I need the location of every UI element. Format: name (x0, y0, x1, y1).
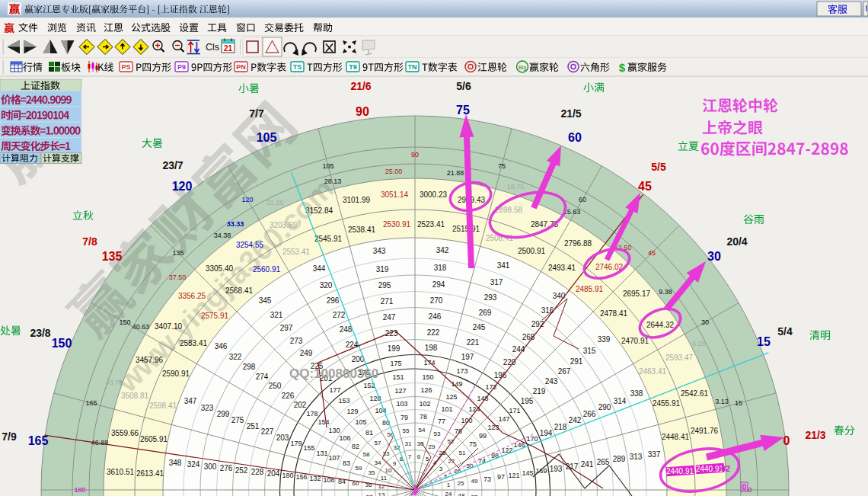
svg-text:2542.61: 2542.61 (681, 389, 709, 398)
svg-text:2575.91: 2575.91 (201, 312, 229, 320)
svg-text:220: 220 (503, 358, 516, 366)
svg-text:15: 15 (757, 335, 771, 348)
svg-text:T9: T9 (349, 63, 357, 71)
svg-text:340: 340 (553, 292, 566, 300)
svg-text:43.75: 43.75 (106, 379, 123, 386)
svg-text:90: 90 (411, 151, 419, 158)
svg-text:3508.81: 3508.81 (121, 392, 149, 400)
svg-text:266: 266 (583, 410, 596, 418)
svg-text:203: 203 (276, 434, 289, 442)
svg-text:18.75: 18.75 (507, 183, 525, 190)
svg-text:2491.76: 2491.76 (691, 427, 719, 435)
svg-text:150: 150 (52, 337, 72, 350)
svg-text:249: 249 (300, 349, 313, 357)
svg-text:21/6: 21/6 (350, 80, 371, 92)
svg-text:30: 30 (701, 318, 709, 326)
svg-text:2613.41: 2613.41 (136, 469, 164, 478)
svg-text:246: 246 (429, 312, 442, 321)
svg-text:3.13: 3.13 (715, 398, 729, 405)
svg-text:155: 155 (303, 444, 314, 452)
svg-text:Big: Big (519, 65, 526, 71)
svg-text:204: 204 (267, 469, 280, 478)
svg-text:148: 148 (477, 395, 488, 402)
svg-text:289: 289 (613, 455, 626, 463)
svg-text:165: 165 (85, 399, 97, 407)
svg-text:165: 165 (28, 434, 49, 447)
svg-text:135: 135 (172, 249, 183, 257)
svg-text:251: 251 (247, 422, 260, 430)
svg-text:23/8: 23/8 (30, 327, 50, 339)
svg-text:348: 348 (169, 459, 182, 467)
svg-text:35: 35 (369, 469, 375, 476)
svg-text:245: 245 (473, 323, 486, 331)
svg-text:2440.91: 2440.91 (666, 467, 694, 475)
svg-text:7/7: 7/7 (249, 107, 264, 120)
svg-text:31.25: 31.25 (266, 199, 284, 206)
svg-text:Cls: Cls (206, 42, 219, 53)
svg-text:127: 127 (394, 387, 406, 395)
svg-text:0: 0 (783, 434, 790, 447)
svg-text:299: 299 (217, 410, 230, 418)
svg-text:199: 199 (388, 344, 400, 353)
svg-text:7: 7 (408, 453, 412, 460)
svg-text:31: 31 (405, 440, 412, 447)
svg-text:105: 105 (322, 162, 333, 170)
svg-text:40.63: 40.63 (132, 323, 150, 331)
svg-text:316: 316 (541, 306, 554, 315)
svg-text:129: 129 (346, 408, 358, 415)
svg-text:2593.47: 2593.47 (665, 354, 694, 362)
svg-text:97: 97 (497, 473, 505, 481)
svg-text:53: 53 (434, 430, 441, 437)
svg-text:2455.91: 2455.91 (653, 399, 681, 408)
svg-text:34.38: 34.38 (214, 232, 231, 239)
svg-text:3000.23: 3000.23 (420, 190, 448, 199)
svg-text:82: 82 (352, 443, 359, 450)
svg-text:323: 323 (201, 404, 214, 412)
svg-text:28.13: 28.13 (324, 178, 342, 185)
svg-text:30: 30 (707, 250, 721, 263)
svg-text:120: 120 (172, 180, 193, 193)
svg-text:221: 221 (467, 338, 480, 347)
svg-text:79: 79 (400, 414, 408, 421)
svg-text:02: 02 (721, 464, 730, 473)
svg-text:242: 242 (569, 416, 582, 424)
svg-text:51: 51 (459, 450, 466, 456)
svg-text:3407.10: 3407.10 (155, 322, 183, 331)
svg-text:154: 154 (318, 418, 329, 426)
svg-text:178: 178 (306, 410, 318, 418)
svg-text:342: 342 (436, 246, 449, 254)
svg-text:3610.51: 3610.51 (107, 468, 135, 476)
svg-text:252: 252 (235, 466, 248, 475)
svg-text:2478.41: 2478.41 (600, 309, 628, 318)
svg-text:7/8: 7/8 (82, 235, 97, 248)
svg-text:241: 241 (581, 460, 594, 469)
svg-text:295: 295 (378, 281, 391, 290)
svg-text:3254.55: 3254.55 (236, 241, 264, 249)
svg-text:3101.99: 3101.99 (343, 196, 371, 204)
svg-text:124: 124 (468, 405, 480, 413)
svg-text:341: 341 (497, 261, 510, 270)
svg-text:21/3: 21/3 (805, 429, 825, 441)
svg-text:10: 10 (385, 467, 392, 474)
svg-text:175: 175 (390, 360, 401, 367)
svg-text:218: 218 (554, 423, 567, 431)
svg-text:219: 219 (533, 387, 546, 395)
svg-text:2500.91: 2500.91 (518, 247, 546, 255)
svg-text:5/5: 5/5 (651, 161, 666, 173)
svg-text:196: 196 (494, 371, 507, 379)
svg-text:3559.66: 3559.66 (111, 429, 139, 437)
svg-text:33.33: 33.33 (227, 220, 244, 228)
svg-text:60: 60 (568, 131, 582, 144)
svg-text:3356.25: 3356.25 (178, 292, 206, 300)
svg-text:QQ:100800360: QQ:100800360 (289, 366, 378, 381)
svg-text:49: 49 (471, 478, 478, 485)
svg-text:9: 9 (393, 460, 397, 467)
svg-text:338: 338 (630, 389, 643, 398)
svg-text:6: 6 (417, 453, 421, 460)
svg-text:265: 265 (597, 458, 610, 466)
svg-text:195: 195 (521, 397, 534, 405)
svg-text:0: 0 (748, 486, 752, 494)
svg-text:270: 270 (430, 296, 443, 305)
svg-text:106: 106 (339, 434, 350, 442)
svg-text:99: 99 (479, 432, 487, 440)
